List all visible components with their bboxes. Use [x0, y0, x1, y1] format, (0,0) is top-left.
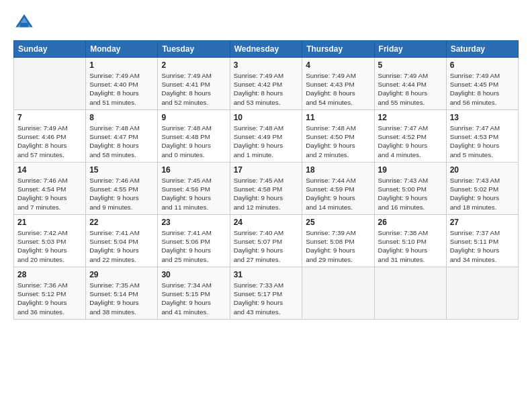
day-info: Sunrise: 7:48 AMSunset: 4:49 PMDaylight:…: [234, 124, 299, 159]
day-cell: 21Sunrise: 7:42 AMSunset: 5:03 PMDayligh…: [14, 215, 86, 267]
day-header-sunday: Sunday: [14, 41, 86, 58]
day-cell: 14Sunrise: 7:46 AMSunset: 4:54 PMDayligh…: [14, 163, 86, 215]
calendar-header-row: SundayMondayTuesdayWednesdayThursdayFrid…: [14, 41, 519, 58]
day-number: 18: [306, 165, 370, 175]
day-info: Sunrise: 7:42 AMSunset: 5:03 PMDaylight:…: [17, 228, 82, 264]
week-row-5: 28Sunrise: 7:36 AMSunset: 5:12 PMDayligh…: [14, 267, 519, 320]
day-number: 8: [89, 113, 154, 122]
day-number: 1: [89, 60, 154, 70]
day-cell: 20Sunrise: 7:43 AMSunset: 5:02 PMDayligh…: [446, 163, 518, 215]
day-cell: 29Sunrise: 7:35 AMSunset: 5:14 PMDayligh…: [86, 267, 158, 320]
day-number: 20: [450, 165, 515, 175]
day-number: 4: [306, 60, 370, 70]
day-number: 11: [306, 113, 370, 122]
day-info: Sunrise: 7:39 AMSunset: 5:08 PMDaylight:…: [306, 228, 370, 264]
day-info: Sunrise: 7:48 AMSunset: 4:48 PMDaylight:…: [161, 124, 226, 159]
day-cell: 24Sunrise: 7:40 AMSunset: 5:07 PMDayligh…: [230, 215, 302, 267]
day-cell: 3Sunrise: 7:49 AMSunset: 4:42 PMDaylight…: [230, 58, 302, 110]
day-info: Sunrise: 7:33 AMSunset: 5:17 PMDaylight:…: [234, 281, 299, 316]
day-number: 17: [234, 165, 299, 175]
logo-icon: [13, 12, 35, 34]
day-header-thursday: Thursday: [302, 41, 374, 58]
logo: [13, 12, 38, 34]
week-row-2: 7Sunrise: 7:49 AMSunset: 4:46 PMDaylight…: [14, 110, 519, 163]
day-cell: 28Sunrise: 7:36 AMSunset: 5:12 PMDayligh…: [14, 267, 86, 320]
day-cell: 15Sunrise: 7:46 AMSunset: 4:55 PMDayligh…: [86, 163, 158, 215]
day-number: 27: [450, 218, 515, 227]
day-number: 7: [17, 113, 82, 122]
day-info: Sunrise: 7:41 AMSunset: 5:06 PMDaylight:…: [161, 228, 226, 264]
day-number: 16: [161, 165, 226, 175]
day-info: Sunrise: 7:49 AMSunset: 4:45 PMDaylight:…: [450, 71, 515, 107]
day-cell: 10Sunrise: 7:48 AMSunset: 4:49 PMDayligh…: [230, 110, 302, 163]
day-number: 12: [378, 113, 443, 122]
day-number: 3: [234, 60, 299, 70]
svg-rect-2: [20, 23, 29, 27]
week-row-3: 14Sunrise: 7:46 AMSunset: 4:54 PMDayligh…: [14, 163, 519, 215]
day-header-friday: Friday: [374, 41, 446, 58]
day-cell: 9Sunrise: 7:48 AMSunset: 4:48 PMDaylight…: [158, 110, 230, 163]
day-number: 26: [378, 218, 443, 227]
day-cell: 7Sunrise: 7:49 AMSunset: 4:46 PMDaylight…: [14, 110, 86, 163]
day-cell: 19Sunrise: 7:43 AMSunset: 5:00 PMDayligh…: [374, 163, 446, 215]
day-info: Sunrise: 7:43 AMSunset: 5:00 PMDaylight:…: [378, 176, 443, 212]
day-info: Sunrise: 7:48 AMSunset: 4:47 PMDaylight:…: [89, 124, 154, 159]
day-info: Sunrise: 7:49 AMSunset: 4:40 PMDaylight:…: [89, 71, 154, 107]
day-number: 23: [161, 218, 226, 227]
day-cell: [14, 58, 86, 110]
day-cell: 17Sunrise: 7:45 AMSunset: 4:58 PMDayligh…: [230, 163, 302, 215]
day-info: Sunrise: 7:45 AMSunset: 4:58 PMDaylight:…: [234, 176, 299, 212]
day-info: Sunrise: 7:40 AMSunset: 5:07 PMDaylight:…: [234, 228, 299, 264]
day-cell: 13Sunrise: 7:47 AMSunset: 4:53 PMDayligh…: [446, 110, 518, 163]
day-number: 10: [234, 113, 299, 122]
day-number: 2: [161, 60, 226, 70]
day-info: Sunrise: 7:44 AMSunset: 4:59 PMDaylight:…: [306, 176, 370, 212]
day-header-wednesday: Wednesday: [230, 41, 302, 58]
day-info: Sunrise: 7:37 AMSunset: 5:11 PMDaylight:…: [450, 228, 515, 264]
day-cell: [374, 267, 446, 320]
day-cell: 25Sunrise: 7:39 AMSunset: 5:08 PMDayligh…: [302, 215, 374, 267]
header: [13, 12, 519, 34]
day-info: Sunrise: 7:49 AMSunset: 4:42 PMDaylight:…: [234, 71, 299, 107]
day-number: 9: [161, 113, 226, 122]
day-number: 25: [306, 218, 370, 227]
day-number: 14: [17, 165, 82, 175]
day-cell: [446, 267, 518, 320]
day-info: Sunrise: 7:49 AMSunset: 4:41 PMDaylight:…: [161, 71, 226, 107]
day-number: 29: [89, 270, 154, 279]
day-number: 15: [89, 165, 154, 175]
day-number: 21: [17, 218, 82, 227]
day-info: Sunrise: 7:47 AMSunset: 4:52 PMDaylight:…: [378, 124, 443, 159]
week-row-1: 1Sunrise: 7:49 AMSunset: 4:40 PMDaylight…: [14, 58, 519, 110]
day-cell: 4Sunrise: 7:49 AMSunset: 4:43 PMDaylight…: [302, 58, 374, 110]
day-cell: 2Sunrise: 7:49 AMSunset: 4:41 PMDaylight…: [158, 58, 230, 110]
day-cell: 27Sunrise: 7:37 AMSunset: 5:11 PMDayligh…: [446, 215, 518, 267]
day-info: Sunrise: 7:49 AMSunset: 4:46 PMDaylight:…: [17, 124, 82, 159]
day-info: Sunrise: 7:38 AMSunset: 5:10 PMDaylight:…: [378, 228, 443, 264]
day-number: 31: [234, 270, 299, 279]
day-cell: 8Sunrise: 7:48 AMSunset: 4:47 PMDaylight…: [86, 110, 158, 163]
day-info: Sunrise: 7:46 AMSunset: 4:55 PMDaylight:…: [89, 176, 154, 212]
page: SundayMondayTuesdayWednesdayThursdayFrid…: [0, 0, 532, 326]
day-cell: 16Sunrise: 7:45 AMSunset: 4:56 PMDayligh…: [158, 163, 230, 215]
day-cell: 30Sunrise: 7:34 AMSunset: 5:15 PMDayligh…: [158, 267, 230, 320]
day-cell: 12Sunrise: 7:47 AMSunset: 4:52 PMDayligh…: [374, 110, 446, 163]
day-number: 24: [234, 218, 299, 227]
day-info: Sunrise: 7:47 AMSunset: 4:53 PMDaylight:…: [450, 124, 515, 159]
day-info: Sunrise: 7:49 AMSunset: 4:43 PMDaylight:…: [306, 71, 370, 107]
day-cell: 18Sunrise: 7:44 AMSunset: 4:59 PMDayligh…: [302, 163, 374, 215]
day-info: Sunrise: 7:35 AMSunset: 5:14 PMDaylight:…: [89, 281, 154, 316]
day-number: 13: [450, 113, 515, 122]
day-number: 30: [161, 270, 226, 279]
day-info: Sunrise: 7:36 AMSunset: 5:12 PMDaylight:…: [17, 281, 82, 316]
week-row-4: 21Sunrise: 7:42 AMSunset: 5:03 PMDayligh…: [14, 215, 519, 267]
day-info: Sunrise: 7:48 AMSunset: 4:50 PMDaylight:…: [306, 124, 370, 159]
day-number: 5: [378, 60, 443, 70]
day-cell: 31Sunrise: 7:33 AMSunset: 5:17 PMDayligh…: [230, 267, 302, 320]
day-header-tuesday: Tuesday: [158, 41, 230, 58]
day-info: Sunrise: 7:41 AMSunset: 5:04 PMDaylight:…: [89, 228, 154, 264]
day-cell: 1Sunrise: 7:49 AMSunset: 4:40 PMDaylight…: [86, 58, 158, 110]
day-cell: 6Sunrise: 7:49 AMSunset: 4:45 PMDaylight…: [446, 58, 518, 110]
day-cell: 22Sunrise: 7:41 AMSunset: 5:04 PMDayligh…: [86, 215, 158, 267]
day-cell: 5Sunrise: 7:49 AMSunset: 4:44 PMDaylight…: [374, 58, 446, 110]
